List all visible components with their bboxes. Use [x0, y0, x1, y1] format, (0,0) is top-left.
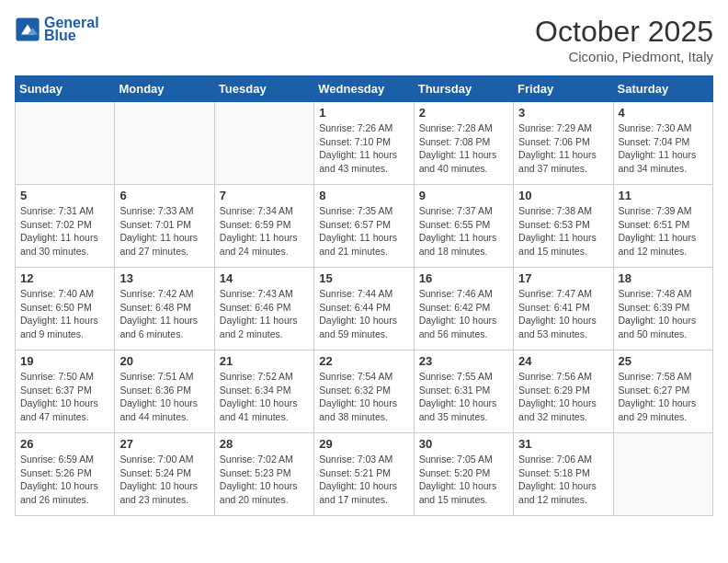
calendar-cell: 28Sunrise: 7:02 AMSunset: 5:23 PMDayligh…	[214, 433, 313, 516]
calendar-dow-friday: Friday	[514, 76, 613, 102]
day-number: 9	[419, 189, 508, 202]
day-number: 24	[518, 354, 608, 368]
day-number: 4	[619, 106, 708, 120]
day-number: 17	[518, 271, 608, 285]
day-info: Sunrise: 7:26 AMSunset: 7:10 PMDaylight:…	[319, 121, 408, 176]
calendar-dow-tuesday: Tuesday	[214, 76, 313, 102]
logo: General Blue	[15, 15, 99, 44]
calendar-cell: 10Sunrise: 7:38 AMSunset: 6:53 PMDayligh…	[514, 185, 613, 268]
calendar-dow-saturday: Saturday	[613, 76, 712, 102]
calendar-cell: 2Sunrise: 7:28 AMSunset: 7:08 PMDaylight…	[414, 102, 513, 185]
day-info: Sunrise: 7:05 AMSunset: 5:20 PMDaylight:…	[419, 453, 508, 507]
calendar-cell	[115, 102, 214, 185]
calendar-cell: 29Sunrise: 7:03 AMSunset: 5:21 PMDayligh…	[314, 433, 414, 516]
day-number: 13	[119, 271, 209, 285]
day-number: 31	[518, 437, 608, 451]
calendar-cell: 5Sunrise: 7:31 AMSunset: 7:02 PMDaylight…	[16, 185, 115, 268]
calendar-week-4: 19Sunrise: 7:50 AMSunset: 6:37 PMDayligh…	[16, 350, 713, 433]
day-info: Sunrise: 7:28 AMSunset: 7:08 PMDaylight:…	[419, 121, 508, 176]
day-info: Sunrise: 7:30 AMSunset: 7:04 PMDaylight:…	[619, 121, 708, 176]
calendar-cell: 27Sunrise: 7:00 AMSunset: 5:24 PMDayligh…	[115, 433, 214, 516]
calendar-dow-thursday: Thursday	[414, 76, 513, 102]
day-info: Sunrise: 7:56 AMSunset: 6:29 PMDaylight:…	[518, 370, 608, 424]
day-number: 29	[319, 437, 408, 451]
calendar-cell: 7Sunrise: 7:34 AMSunset: 6:59 PMDaylight…	[214, 185, 313, 268]
day-number: 14	[220, 271, 309, 285]
calendar-dow-sunday: Sunday	[16, 76, 115, 102]
day-info: Sunrise: 7:03 AMSunset: 5:21 PMDaylight:…	[319, 453, 408, 507]
calendar-header-row: SundayMondayTuesdayWednesdayThursdayFrid…	[16, 76, 713, 102]
calendar-cell: 9Sunrise: 7:37 AMSunset: 6:55 PMDaylight…	[414, 185, 513, 268]
day-number: 5	[20, 189, 109, 202]
calendar-dow-wednesday: Wednesday	[314, 76, 414, 102]
calendar-cell: 23Sunrise: 7:55 AMSunset: 6:31 PMDayligh…	[414, 350, 513, 433]
calendar-cell	[16, 102, 115, 185]
logo-text: General Blue	[44, 15, 99, 44]
day-number: 6	[119, 189, 209, 202]
day-number: 7	[220, 189, 309, 202]
calendar-week-3: 12Sunrise: 7:40 AMSunset: 6:50 PMDayligh…	[16, 268, 713, 350]
calendar-cell: 12Sunrise: 7:40 AMSunset: 6:50 PMDayligh…	[16, 268, 115, 350]
day-number: 12	[20, 271, 109, 285]
day-number: 1	[319, 106, 408, 120]
day-number: 26	[20, 437, 109, 451]
day-info: Sunrise: 7:38 AMSunset: 6:53 PMDaylight:…	[518, 204, 608, 259]
day-number: 8	[319, 189, 408, 202]
location-subtitle: Ciconio, Piedmont, Italy	[535, 49, 713, 64]
day-info: Sunrise: 7:42 AMSunset: 6:48 PMDaylight:…	[119, 287, 209, 341]
day-number: 19	[20, 354, 109, 368]
day-info: Sunrise: 7:55 AMSunset: 6:31 PMDaylight:…	[419, 370, 508, 424]
day-info: Sunrise: 7:52 AMSunset: 6:34 PMDaylight:…	[220, 370, 309, 424]
calendar-cell: 6Sunrise: 7:33 AMSunset: 7:01 PMDaylight…	[115, 185, 214, 268]
day-number: 2	[419, 106, 508, 120]
day-info: Sunrise: 7:29 AMSunset: 7:06 PMDaylight:…	[518, 121, 608, 176]
day-number: 23	[419, 354, 508, 368]
calendar-cell: 30Sunrise: 7:05 AMSunset: 5:20 PMDayligh…	[414, 433, 513, 516]
calendar-dow-monday: Monday	[115, 76, 214, 102]
calendar-cell	[214, 102, 313, 185]
day-info: Sunrise: 7:48 AMSunset: 6:39 PMDaylight:…	[619, 287, 708, 341]
calendar-cell: 24Sunrise: 7:56 AMSunset: 6:29 PMDayligh…	[514, 350, 613, 433]
day-info: Sunrise: 7:40 AMSunset: 6:50 PMDaylight:…	[20, 287, 109, 341]
day-number: 15	[319, 271, 408, 285]
calendar-cell: 14Sunrise: 7:43 AMSunset: 6:46 PMDayligh…	[214, 268, 313, 350]
title-section: October 2025 Ciconio, Piedmont, Italy	[535, 15, 713, 64]
day-info: Sunrise: 7:47 AMSunset: 6:41 PMDaylight:…	[518, 287, 608, 341]
day-number: 16	[419, 271, 508, 285]
day-info: Sunrise: 7:43 AMSunset: 6:46 PMDaylight:…	[220, 287, 309, 341]
calendar-cell: 15Sunrise: 7:44 AMSunset: 6:44 PMDayligh…	[314, 268, 414, 350]
day-info: Sunrise: 7:37 AMSunset: 6:55 PMDaylight:…	[419, 204, 508, 259]
day-number: 27	[119, 437, 209, 451]
day-number: 10	[518, 189, 608, 202]
calendar-cell: 19Sunrise: 7:50 AMSunset: 6:37 PMDayligh…	[16, 350, 115, 433]
day-number: 28	[220, 437, 309, 451]
calendar-cell: 26Sunrise: 6:59 AMSunset: 5:26 PMDayligh…	[16, 433, 115, 516]
calendar-cell: 31Sunrise: 7:06 AMSunset: 5:18 PMDayligh…	[514, 433, 613, 516]
day-info: Sunrise: 7:33 AMSunset: 7:01 PMDaylight:…	[119, 204, 209, 259]
calendar-cell: 25Sunrise: 7:58 AMSunset: 6:27 PMDayligh…	[613, 350, 712, 433]
month-title: October 2025	[535, 15, 713, 49]
day-number: 25	[619, 354, 708, 368]
day-info: Sunrise: 7:34 AMSunset: 6:59 PMDaylight:…	[220, 204, 309, 259]
calendar-cell: 13Sunrise: 7:42 AMSunset: 6:48 PMDayligh…	[115, 268, 214, 350]
calendar-cell: 16Sunrise: 7:46 AMSunset: 6:42 PMDayligh…	[414, 268, 513, 350]
calendar-cell: 21Sunrise: 7:52 AMSunset: 6:34 PMDayligh…	[214, 350, 313, 433]
day-info: Sunrise: 7:58 AMSunset: 6:27 PMDaylight:…	[619, 370, 708, 424]
day-info: Sunrise: 7:50 AMSunset: 6:37 PMDaylight:…	[20, 370, 109, 424]
day-info: Sunrise: 7:02 AMSunset: 5:23 PMDaylight:…	[220, 453, 309, 507]
calendar-cell: 18Sunrise: 7:48 AMSunset: 6:39 PMDayligh…	[613, 268, 712, 350]
day-info: Sunrise: 7:46 AMSunset: 6:42 PMDaylight:…	[419, 287, 508, 341]
day-info: Sunrise: 7:00 AMSunset: 5:24 PMDaylight:…	[119, 453, 209, 507]
day-number: 18	[619, 271, 708, 285]
calendar-cell: 17Sunrise: 7:47 AMSunset: 6:41 PMDayligh…	[514, 268, 613, 350]
calendar-week-5: 26Sunrise: 6:59 AMSunset: 5:26 PMDayligh…	[16, 433, 713, 516]
day-info: Sunrise: 7:06 AMSunset: 5:18 PMDaylight:…	[518, 453, 608, 507]
day-number: 11	[619, 189, 708, 202]
calendar-cell: 4Sunrise: 7:30 AMSunset: 7:04 PMDaylight…	[613, 102, 712, 185]
day-info: Sunrise: 7:44 AMSunset: 6:44 PMDaylight:…	[319, 287, 408, 341]
day-number: 20	[119, 354, 209, 368]
calendar-cell: 11Sunrise: 7:39 AMSunset: 6:51 PMDayligh…	[613, 185, 712, 268]
page-header: General Blue October 2025 Ciconio, Piedm…	[15, 15, 713, 64]
calendar-week-1: 1Sunrise: 7:26 AMSunset: 7:10 PMDaylight…	[16, 102, 713, 185]
day-info: Sunrise: 7:51 AMSunset: 6:36 PMDaylight:…	[119, 370, 209, 424]
